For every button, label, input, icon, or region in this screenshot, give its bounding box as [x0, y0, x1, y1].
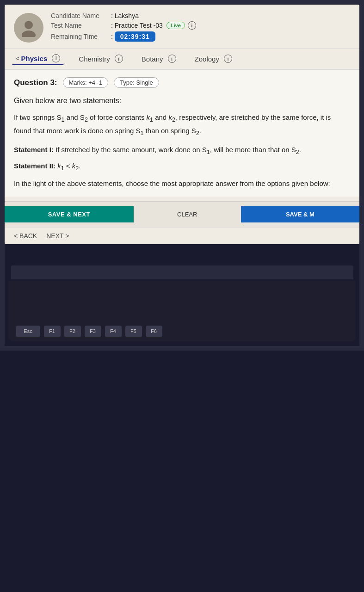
test-info-icon[interactable]: i: [188, 21, 196, 30]
tab-physics-label: Physics: [21, 55, 48, 62]
colon2: :: [111, 22, 115, 29]
key-f5-label: F5: [130, 328, 136, 334]
marks-badge: Marks: +4 -1: [63, 77, 109, 88]
save-next-button[interactable]: SAVE & NEXT: [5, 206, 134, 222]
tab-zoology[interactable]: Zoology i: [191, 53, 236, 65]
keyboard-top-bar: [11, 265, 353, 279]
statement1: Statement I: If stretched by the same am…: [14, 144, 350, 157]
question-label: Question 3:: [14, 78, 57, 87]
candidate-name: Lakshya: [115, 12, 139, 19]
chemistry-info-icon[interactable]: i: [115, 55, 123, 63]
back-button[interactable]: < BACK: [14, 232, 37, 240]
zoology-info-icon[interactable]: i: [224, 55, 232, 63]
laptop-screen: Candidate Name : Lakshya Test Name : Pra…: [0, 0, 364, 351]
physics-arrow: <: [16, 55, 19, 62]
colon1: :: [111, 12, 115, 19]
timer: 02:39:31: [115, 31, 155, 42]
tab-chemistry[interactable]: Chemistry i: [75, 53, 127, 65]
key-f3[interactable]: F3: [85, 326, 101, 338]
physics-info-icon[interactable]: i: [52, 54, 60, 62]
svg-point-0: [25, 21, 33, 29]
user-icon: [19, 18, 38, 37]
statement2-text: k1 < k2.: [57, 162, 80, 170]
statement1-label: Statement I:: [14, 146, 54, 154]
nav-buttons: < BACK NEXT >: [5, 227, 359, 244]
question-area: Question 3: Marks: +4 -1 Type: Single Gi…: [5, 70, 359, 197]
key-f3-label: F3: [90, 328, 96, 334]
next-button[interactable]: NEXT >: [46, 232, 69, 240]
tab-botany[interactable]: Botany i: [138, 53, 180, 65]
tab-chemistry-label: Chemistry: [79, 55, 110, 63]
key-f6-label: F6: [151, 328, 157, 334]
question-content: Given below are two statements: If two s…: [14, 94, 350, 139]
statement2-label: Statement II:: [14, 162, 56, 170]
avatar: [14, 13, 43, 43]
test-name: Practice Test -03: [115, 22, 163, 29]
live-badge: Live: [167, 22, 185, 29]
statement1-text: If stretched by the same amount, work do…: [56, 146, 301, 154]
key-f5[interactable]: F5: [125, 326, 142, 338]
time-label: Remaining Time: [51, 33, 111, 40]
key-f2[interactable]: F2: [64, 326, 81, 338]
svg-point-1: [22, 31, 36, 37]
timer-row: Remaining Time : 02:39:31: [51, 31, 350, 42]
botany-info-icon[interactable]: i: [168, 55, 176, 63]
question-intro: Given below are two statements:: [14, 94, 350, 107]
test-name-row: Test Name : Practice Test -03 Live i: [51, 21, 350, 30]
tab-botany-label: Botany: [142, 55, 163, 63]
type-badge: Type: Single: [114, 77, 159, 88]
candidate-name-row: Candidate Name : Lakshya: [51, 12, 350, 19]
question-conclusion: In the light of the above statements, ch…: [14, 178, 350, 190]
key-f4[interactable]: F4: [105, 326, 122, 338]
tab-physics[interactable]: < Physics i: [12, 52, 64, 65]
keyboard-main: Esc F1 F2 F3 F4 F5 F6: [9, 281, 356, 341]
action-buttons: SAVE & NEXT CLEAR SAVE & M: [5, 201, 359, 227]
tab-zoology-label: Zoology: [195, 55, 219, 63]
key-f1-label: F1: [49, 328, 55, 334]
statement2: Statement II: k1 < k2.: [14, 160, 350, 173]
key-f4-label: F4: [110, 328, 116, 334]
colon3: :: [111, 33, 115, 40]
screen-content: Candidate Name : Lakshya Test Name : Pra…: [5, 5, 359, 244]
subject-tabs: < Physics i Chemistry i Botany i Zoology…: [5, 49, 359, 70]
candidate-label: Candidate Name: [51, 12, 111, 19]
save-mark-button[interactable]: SAVE & M: [241, 206, 359, 222]
question-body: If two springs S1 and S2 of force consta…: [14, 111, 350, 139]
keyboard-area: Esc F1 F2 F3 F4 F5 F6: [5, 244, 359, 346]
key-esc[interactable]: Esc: [16, 326, 40, 338]
question-header: Question 3: Marks: +4 -1 Type: Single: [14, 77, 350, 88]
key-f2-label: F2: [69, 328, 75, 334]
clear-button[interactable]: CLEAR: [134, 206, 241, 222]
key-esc-label: Esc: [24, 328, 32, 334]
test-label: Test Name: [51, 22, 111, 29]
key-f6[interactable]: F6: [146, 326, 162, 338]
header: Candidate Name : Lakshya Test Name : Pra…: [5, 5, 359, 49]
key-f1[interactable]: F1: [44, 326, 61, 338]
header-info: Candidate Name : Lakshya Test Name : Pra…: [51, 12, 350, 43]
